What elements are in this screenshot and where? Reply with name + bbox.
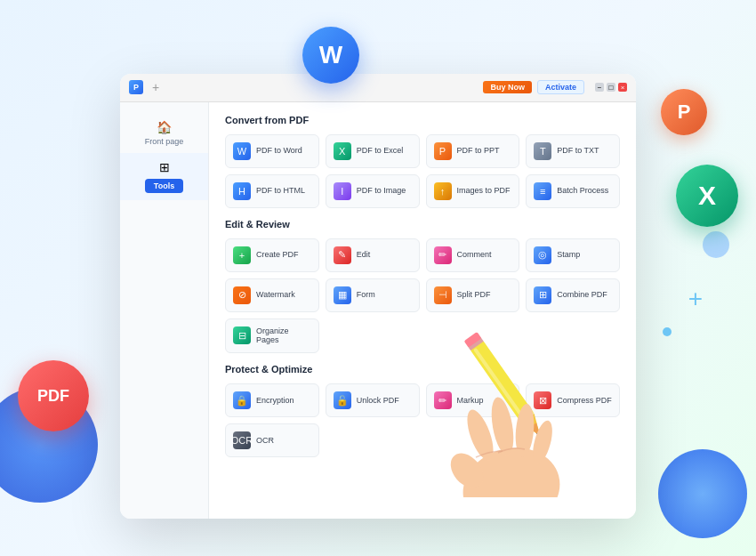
split-pdf-icon: ⊣: [434, 286, 452, 304]
badge-w: W: [302, 27, 359, 84]
batch-process-icon: ≡: [534, 182, 551, 200]
tool-markup[interactable]: ✏ Markup: [426, 383, 520, 417]
tool-compress-pdf[interactable]: ⊠ Compress PDF: [526, 383, 620, 417]
tool-encryption[interactable]: 🔒 Encryption: [225, 383, 319, 417]
tool-combine-pdf[interactable]: ⊞ Combine PDF: [526, 278, 620, 312]
unlock-pdf-icon: 🔓: [334, 391, 351, 409]
tool-unlock-pdf[interactable]: 🔓 Unlock PDF: [326, 383, 420, 417]
title-bar: P + Buy Now Activate − □ ×: [120, 74, 636, 102]
stamp-icon: ◎: [534, 246, 551, 264]
section-title-convert: Convert from PDF: [225, 115, 620, 125]
window-controls: − □ ×: [595, 83, 627, 92]
encryption-icon: 🔒: [233, 391, 251, 409]
blob-decoration-right-mid: [703, 231, 729, 258]
organize-pages-icon: ⊟: [233, 326, 251, 344]
images-to-pdf-icon: ↑: [434, 182, 452, 200]
activate-button[interactable]: Activate: [537, 80, 584, 94]
edit-tools-grid: + Create PDF ✎ Edit ✏ Comment ◎ Stamp ⊘: [225, 238, 620, 354]
sidebar-item-frontpage[interactable]: 🏠 Front page: [120, 113, 208, 153]
close-button[interactable]: ×: [618, 83, 627, 92]
pdf-to-txt-icon: T: [534, 142, 551, 160]
tool-pdf-to-word[interactable]: W PDF to Word: [225, 134, 319, 168]
tool-watermark[interactable]: ⊘ Watermark: [225, 278, 319, 312]
main-content: Convert from PDF W PDF to Word X PDF to …: [209, 102, 636, 519]
tools-label: Tools: [145, 179, 183, 193]
app-body: 🏠 Front page ⊞ Tools Convert from PDF W …: [120, 102, 636, 519]
buy-now-button[interactable]: Buy Now: [483, 81, 532, 93]
blob-decoration-right-bottom: [658, 449, 747, 538]
tool-form[interactable]: ▦ Form: [326, 278, 420, 312]
tool-pdf-to-html[interactable]: H PDF to HTML: [225, 174, 319, 208]
pdf-to-ppt-icon: P: [434, 142, 452, 160]
watermark-icon: ⊘: [233, 286, 251, 304]
app-window: P + Buy Now Activate − □ × 🏠 Front page …: [120, 74, 636, 519]
maximize-button[interactable]: □: [607, 83, 615, 92]
app-icon: P: [129, 80, 143, 94]
tool-stamp[interactable]: ◎ Stamp: [526, 238, 620, 272]
tool-split-pdf[interactable]: ⊣ Split PDF: [426, 278, 520, 312]
dot-decoration: [663, 327, 672, 336]
home-icon: 🏠: [157, 120, 172, 134]
ocr-icon: OCR: [233, 431, 251, 449]
convert-tools-grid: W PDF to Word X PDF to Excel P PDF to PP…: [225, 134, 620, 208]
pdf-to-excel-icon: X: [334, 142, 351, 160]
tool-pdf-to-image[interactable]: I PDF to Image: [326, 174, 420, 208]
new-tab-button[interactable]: +: [152, 80, 159, 94]
minimize-button[interactable]: −: [595, 83, 604, 92]
form-icon: ▦: [334, 286, 351, 304]
create-pdf-icon: +: [233, 246, 251, 264]
edit-icon: ✎: [334, 246, 351, 264]
pdf-to-word-icon: W: [233, 142, 251, 160]
sidebar-item-tools[interactable]: ⊞ Tools: [120, 153, 208, 200]
section-title-protect: Protect & Optimize: [225, 364, 620, 375]
tool-pdf-to-ppt[interactable]: P PDF to PPT: [426, 134, 520, 168]
tool-pdf-to-excel[interactable]: X PDF to Excel: [326, 134, 420, 168]
pdf-to-image-icon: I: [334, 182, 351, 200]
compress-pdf-icon: ⊠: [534, 391, 551, 409]
tool-organize-pages[interactable]: ⊟ Organize Pages: [225, 318, 319, 354]
section-title-edit: Edit & Review: [225, 219, 620, 230]
tools-icon: ⊞: [159, 160, 170, 174]
tool-edit[interactable]: ✎ Edit: [326, 238, 420, 272]
badge-pdf: PDF: [18, 360, 89, 431]
tool-batch-process[interactable]: ≡ Batch Process: [526, 174, 620, 208]
protect-tools-grid: 🔒 Encryption 🔓 Unlock PDF ✏ Markup ⊠ Com…: [225, 383, 620, 457]
comment-icon: ✏: [434, 246, 452, 264]
markup-icon: ✏: [434, 391, 452, 409]
combine-pdf-icon: ⊞: [534, 286, 551, 304]
plus-decoration: +: [688, 285, 703, 313]
badge-p: P: [661, 89, 707, 135]
tool-create-pdf[interactable]: + Create PDF: [225, 238, 319, 272]
tool-images-to-pdf[interactable]: ↑ Images to PDF: [426, 174, 520, 208]
tool-comment[interactable]: ✏ Comment: [426, 238, 520, 272]
pdf-to-html-icon: H: [233, 182, 251, 200]
badge-x: X: [676, 165, 738, 227]
tool-pdf-to-txt[interactable]: T PDF to TXT: [526, 134, 620, 168]
sidebar: 🏠 Front page ⊞ Tools: [120, 102, 209, 519]
tool-ocr[interactable]: OCR OCR: [225, 423, 319, 457]
